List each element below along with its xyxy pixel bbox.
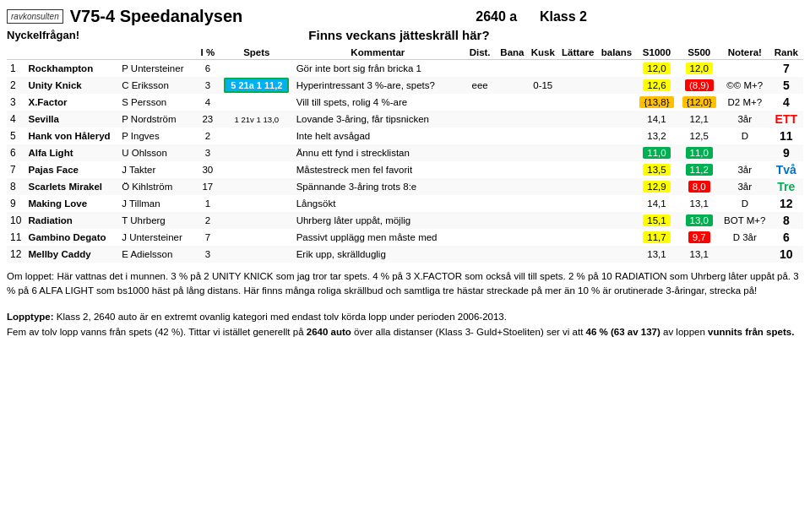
footer-om-loppet: Om loppet: Här vattnas det i munnen. 3 %… bbox=[7, 269, 803, 299]
horse-comment: Uhrberg låter uppåt, möjlig bbox=[293, 212, 463, 229]
table-row: 12 Mellby Caddy E Adielsson 3 Erik upp, … bbox=[7, 246, 803, 263]
lopptype-section: Lopptype: Klass 2, 2640 auto är en extre… bbox=[7, 309, 803, 340]
horse-notera: D 3år bbox=[720, 229, 769, 246]
lopptype-line2: Fem av tolv lopp vanns från spets (42 %)… bbox=[7, 324, 803, 339]
horse-notera: BOT M+? bbox=[720, 212, 769, 229]
horse-bana bbox=[497, 94, 527, 111]
horse-lattare bbox=[558, 111, 598, 128]
col-header-rank: Rank bbox=[769, 46, 803, 60]
horse-ip: 3 bbox=[195, 246, 220, 263]
horse-spets: 1 21v 1 13,0 bbox=[220, 111, 293, 128]
col-header-s500: S500 bbox=[678, 46, 720, 60]
horse-kusk bbox=[528, 178, 558, 195]
horse-name: Making Love bbox=[24, 195, 118, 212]
question-label: Nyckelfrågan! bbox=[7, 29, 79, 41]
horse-s1000: 11,7 bbox=[635, 229, 677, 246]
horse-bana bbox=[497, 195, 527, 212]
horse-name: Hank von Håleryd bbox=[24, 128, 118, 144]
fem-bold: 2640 auto bbox=[307, 327, 351, 337]
horse-notera: 3år bbox=[720, 178, 769, 195]
horse-driver: P Nordström bbox=[118, 111, 195, 128]
horse-ip: 6 bbox=[195, 60, 220, 78]
horse-name: Mellby Caddy bbox=[24, 246, 118, 263]
horse-dist bbox=[463, 229, 497, 246]
fem-end: av loppen bbox=[663, 327, 705, 337]
horse-s1000: 12,6 bbox=[635, 77, 677, 94]
horse-balans bbox=[598, 178, 636, 195]
horse-num: 8 bbox=[7, 178, 24, 195]
race-info: 2640 a Klass 2 bbox=[259, 9, 803, 24]
horse-comment: Inte helt avsågad bbox=[293, 128, 463, 144]
horse-bana bbox=[497, 144, 527, 161]
fem-line: Fem av tolv lopp vanns från spets (42 %)… bbox=[7, 327, 304, 337]
horse-lattare bbox=[558, 161, 598, 178]
horse-spets bbox=[220, 212, 293, 229]
horse-num: 6 bbox=[7, 144, 24, 161]
horse-balans bbox=[598, 111, 636, 128]
horse-comment: Långsökt bbox=[293, 195, 463, 212]
horse-notera: 3år bbox=[720, 111, 769, 128]
horse-s1000: {13,8} bbox=[635, 94, 677, 111]
horse-bana bbox=[497, 111, 527, 128]
horse-driver: J Untersteiner bbox=[118, 229, 195, 246]
logo: ravkonsulten bbox=[7, 9, 63, 24]
horse-dist: eee bbox=[463, 77, 497, 94]
horse-s1000: 15,1 bbox=[635, 212, 677, 229]
horse-lattare bbox=[558, 212, 598, 229]
horse-rank: 6 bbox=[769, 229, 803, 246]
horse-comment: Erik upp, skrällduglig bbox=[293, 246, 463, 263]
horse-rank: 4 bbox=[769, 94, 803, 111]
horse-dist bbox=[463, 212, 497, 229]
horse-s500: 8,0 bbox=[678, 178, 720, 195]
horse-kusk bbox=[528, 246, 558, 263]
horse-comment: Spännande 3-åring trots 8:e bbox=[293, 178, 463, 195]
horse-bana bbox=[497, 60, 527, 78]
horse-balans bbox=[598, 144, 636, 161]
horse-driver: J Takter bbox=[118, 161, 195, 178]
horse-ip: 30 bbox=[195, 161, 220, 178]
horse-notera: D2 M+? bbox=[720, 94, 769, 111]
horse-name: Sevilla bbox=[24, 111, 118, 128]
horse-rank: 9 bbox=[769, 144, 803, 161]
horse-ip: 17 bbox=[195, 178, 220, 195]
horse-s1000: 12,9 bbox=[635, 178, 677, 195]
horse-num: 3 bbox=[7, 94, 24, 111]
table-row: 6 Alfa Light U Ohlsson 3 Ännu ett fynd i… bbox=[7, 144, 803, 161]
fem-rest: över alla distanser (Klass 3- Guld+Stoel… bbox=[354, 327, 583, 337]
horse-name: Radiation bbox=[24, 212, 118, 229]
horse-lattare bbox=[558, 60, 598, 78]
analysis-table: I % Spets Kommentar Dist. Bana Kusk Lätt… bbox=[7, 46, 803, 263]
horse-rank: ETT bbox=[769, 111, 803, 128]
horse-bana bbox=[497, 229, 527, 246]
horse-ip: 3 bbox=[195, 77, 220, 94]
col-header-dist: Dist. bbox=[463, 46, 497, 60]
horse-lattare bbox=[558, 178, 598, 195]
horse-s1000: 13,2 bbox=[635, 128, 677, 144]
col-header-ip: I % bbox=[195, 46, 220, 60]
table-row: 1 Rockhampton P Untersteiner 6 Gör inte … bbox=[7, 60, 803, 78]
horse-rank: 5 bbox=[769, 77, 803, 94]
horse-s1000: 11,0 bbox=[635, 144, 677, 161]
horse-kusk bbox=[528, 195, 558, 212]
horse-spets bbox=[220, 229, 293, 246]
horse-notera bbox=[720, 60, 769, 78]
horse-s500: 12,1 bbox=[678, 111, 720, 128]
col-header-balans: balans bbox=[598, 46, 636, 60]
horse-name: Scarlets Mirakel bbox=[24, 178, 118, 195]
horse-ip: 4 bbox=[195, 94, 220, 111]
horse-dist bbox=[463, 195, 497, 212]
horse-ip: 1 bbox=[195, 195, 220, 212]
horse-balans bbox=[598, 229, 636, 246]
horse-s1000: 14,1 bbox=[635, 111, 677, 128]
horse-notera: ©© M+? bbox=[720, 77, 769, 94]
horse-bana bbox=[497, 246, 527, 263]
horse-notera: 3år bbox=[720, 161, 769, 178]
horse-s500: 11,0 bbox=[678, 144, 720, 161]
horse-rank: 12 bbox=[769, 195, 803, 212]
horse-s1000: 13,1 bbox=[635, 246, 677, 263]
horse-comment: Vill till spets, rolig 4 %-are bbox=[293, 94, 463, 111]
horse-s500: 13,0 bbox=[678, 212, 720, 229]
horse-num: 4 bbox=[7, 111, 24, 128]
horse-driver: U Ohlsson bbox=[118, 144, 195, 161]
horse-spets bbox=[220, 94, 293, 111]
